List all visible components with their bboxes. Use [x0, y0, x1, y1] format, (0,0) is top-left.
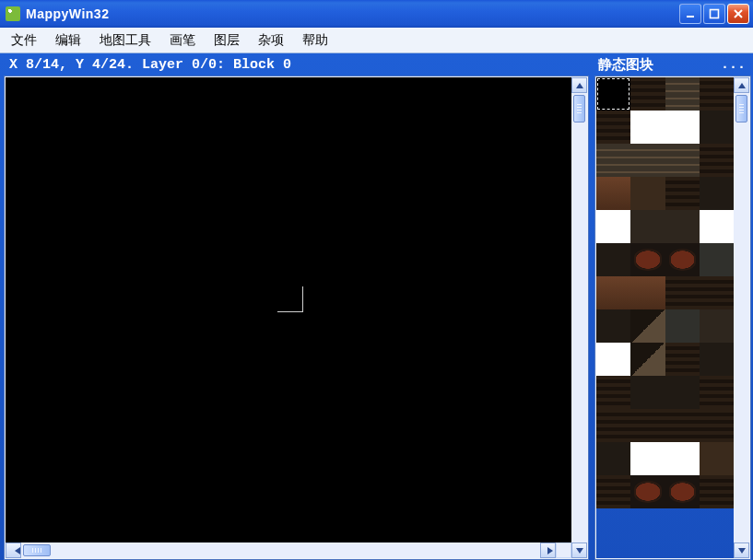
- hscroll-track[interactable]: [21, 542, 540, 558]
- tile[interactable]: [630, 409, 665, 442]
- tile[interactable]: [665, 111, 700, 144]
- tile[interactable]: [700, 475, 734, 508]
- tile[interactable]: [630, 177, 665, 210]
- menubar: 文件 编辑 地图工具 画笔 图层 杂项 帮助: [0, 28, 753, 53]
- tile[interactable]: [596, 409, 630, 442]
- tile[interactable]: [596, 243, 630, 276]
- tile[interactable]: [596, 475, 630, 508]
- tile[interactable]: [630, 343, 665, 376]
- tile[interactable]: [596, 442, 630, 475]
- vscroll-track[interactable]: [571, 93, 587, 542]
- tile[interactable]: [630, 111, 665, 144]
- scroll-up-button[interactable]: [571, 77, 587, 93]
- tile[interactable]: [700, 111, 734, 144]
- content: X 8/14, Y 4/24. Layer 0/0: Block 0: [0, 53, 753, 560]
- tiles-scroll-up-button[interactable]: [734, 77, 749, 93]
- map-cursor-icon: [277, 286, 303, 312]
- close-button[interactable]: [727, 4, 749, 24]
- tile-grid-wrap: [594, 76, 751, 560]
- scroll-corner: [556, 542, 571, 558]
- tile-panel-more-icon[interactable]: ...: [721, 57, 746, 73]
- minimize-button[interactable]: [679, 4, 701, 24]
- map-hscrollbar[interactable]: [6, 542, 556, 558]
- map-canvas[interactable]: [6, 77, 571, 542]
- tile[interactable]: [665, 77, 700, 111]
- tile[interactable]: [630, 210, 665, 243]
- map-editor-wrap: [4, 76, 589, 560]
- tile[interactable]: [665, 409, 700, 442]
- menu-maptools[interactable]: 地图工具: [90, 28, 160, 52]
- menu-file[interactable]: 文件: [2, 28, 46, 52]
- tile[interactable]: [596, 276, 630, 309]
- tile[interactable]: [700, 210, 734, 243]
- menu-layer[interactable]: 图层: [205, 28, 249, 52]
- hscroll-thumb[interactable]: [23, 544, 51, 556]
- titlebar: MappyWin32: [0, 0, 753, 28]
- tile[interactable]: [630, 144, 665, 177]
- tile[interactable]: [630, 243, 665, 276]
- menu-brush[interactable]: 画笔: [160, 28, 205, 52]
- tile[interactable]: [630, 77, 665, 111]
- svg-rect-1: [711, 10, 719, 18]
- tile[interactable]: [596, 376, 630, 409]
- tile[interactable]: [700, 243, 734, 276]
- tile[interactable]: [665, 309, 700, 343]
- tile[interactable]: [665, 276, 700, 309]
- tile[interactable]: [596, 177, 630, 210]
- maximize-button[interactable]: [703, 4, 725, 24]
- tile-panel-title-text: 静态图块: [598, 56, 653, 74]
- tile[interactable]: [596, 309, 630, 343]
- menu-edit[interactable]: 编辑: [46, 28, 90, 52]
- tiles-scroll-down-button[interactable]: [734, 542, 749, 558]
- tiles-vscrollbar[interactable]: [734, 77, 749, 558]
- tiles-vscroll-track[interactable]: [734, 93, 749, 542]
- tile[interactable]: [700, 409, 734, 442]
- tile[interactable]: [665, 210, 700, 243]
- tile[interactable]: [665, 177, 700, 210]
- tile[interactable]: [665, 376, 700, 409]
- menu-misc[interactable]: 杂项: [249, 28, 293, 52]
- menu-help[interactable]: 帮助: [293, 28, 337, 52]
- tile[interactable]: [700, 309, 734, 343]
- tile[interactable]: [700, 77, 734, 111]
- svg-rect-0: [687, 16, 694, 18]
- tile[interactable]: [665, 144, 700, 177]
- tile[interactable]: [596, 210, 630, 243]
- tile[interactable]: [596, 343, 630, 376]
- tile[interactable]: [630, 475, 665, 508]
- app-icon: [6, 6, 20, 21]
- tile[interactable]: [630, 309, 665, 343]
- tile[interactable]: [665, 243, 700, 276]
- tile[interactable]: [665, 343, 700, 376]
- tile[interactable]: [630, 376, 665, 409]
- vscroll-thumb[interactable]: [573, 95, 585, 122]
- tile[interactable]: [700, 177, 734, 210]
- scroll-left-button[interactable]: [6, 542, 21, 558]
- tile[interactable]: [700, 376, 734, 409]
- status-bar: X 8/14, Y 4/24. Layer 0/0: Block 0: [4, 53, 589, 76]
- tile-panel: 静态图块 ...: [594, 53, 751, 560]
- tile[interactable]: [596, 144, 630, 177]
- tile[interactable]: [700, 144, 734, 177]
- scroll-down-button[interactable]: [571, 542, 587, 558]
- map-vscrollbar[interactable]: [571, 77, 587, 558]
- map-panel: X 8/14, Y 4/24. Layer 0/0: Block 0: [4, 53, 589, 560]
- tile[interactable]: [596, 77, 630, 111]
- tile-grid[interactable]: [596, 77, 734, 558]
- tile[interactable]: [700, 442, 734, 475]
- tile[interactable]: [630, 442, 665, 475]
- tiles-vscroll-thumb[interactable]: [735, 95, 747, 122]
- tile[interactable]: [596, 111, 630, 144]
- tile[interactable]: [665, 442, 700, 475]
- tile[interactable]: [700, 343, 734, 376]
- tile[interactable]: [665, 475, 700, 508]
- tile[interactable]: [630, 276, 665, 309]
- tile-panel-title: 静态图块 ...: [594, 53, 751, 76]
- scroll-right-button[interactable]: [540, 542, 556, 558]
- window-title: MappyWin32: [26, 6, 109, 21]
- tile[interactable]: [700, 276, 734, 309]
